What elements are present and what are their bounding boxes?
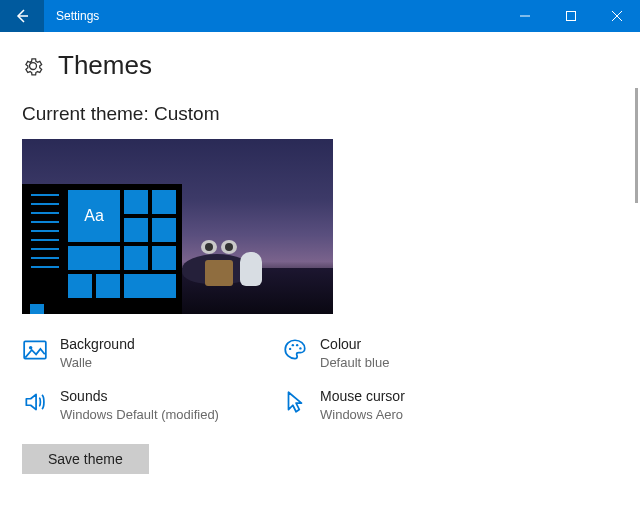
back-button[interactable] [0, 0, 44, 32]
current-theme-heading: Current theme: Custom [22, 103, 618, 125]
close-icon [612, 11, 622, 21]
svg-rect-2 [567, 12, 576, 21]
setting-sounds-label: Sounds [60, 388, 219, 405]
cursor-icon [282, 389, 308, 415]
preview-start-overlay: Aa [22, 184, 182, 314]
maximize-button[interactable] [548, 0, 594, 32]
setting-background-value: Walle [60, 355, 135, 370]
minimize-button[interactable] [502, 0, 548, 32]
setting-sounds[interactable]: Sounds Windows Default (modified) [22, 388, 282, 422]
setting-sounds-value: Windows Default (modified) [60, 407, 219, 422]
preview-robot [197, 238, 241, 286]
close-button[interactable] [594, 0, 640, 32]
preview-tile-aa: Aa [68, 190, 120, 242]
setting-cursor-label: Mouse cursor [320, 388, 405, 405]
current-theme-name: Custom [154, 103, 219, 124]
sound-icon [22, 389, 48, 415]
page-header: Themes [22, 50, 618, 81]
svg-point-7 [289, 348, 291, 350]
save-theme-button[interactable]: Save theme [22, 444, 149, 474]
setting-background[interactable]: Background Walle [22, 336, 282, 370]
setting-background-label: Background [60, 336, 135, 353]
theme-settings: Background Walle Colour Default blue [22, 336, 562, 422]
page-content: Themes Current theme: Custom Aa [0, 32, 640, 474]
setting-colour[interactable]: Colour Default blue [282, 336, 542, 370]
setting-colour-label: Colour [320, 336, 389, 353]
minimize-icon [520, 11, 530, 21]
theme-preview[interactable]: Aa [22, 139, 333, 314]
arrow-left-icon [14, 8, 30, 24]
page-title: Themes [58, 50, 152, 81]
picture-icon [22, 337, 48, 363]
setting-cursor-value: Windows Aero [320, 407, 405, 422]
titlebar: Settings [0, 0, 640, 32]
window-title: Settings [44, 9, 502, 23]
gear-icon [22, 55, 44, 77]
setting-colour-value: Default blue [320, 355, 389, 370]
svg-point-10 [299, 347, 301, 349]
maximize-icon [566, 11, 576, 21]
window-controls [502, 0, 640, 32]
scrollbar[interactable] [635, 88, 638, 203]
current-theme-label: Current theme: [22, 103, 154, 124]
palette-icon [282, 337, 308, 363]
preview-figure [240, 252, 262, 286]
setting-mouse-cursor[interactable]: Mouse cursor Windows Aero [282, 388, 542, 422]
svg-point-8 [292, 344, 294, 346]
svg-point-9 [296, 344, 298, 346]
